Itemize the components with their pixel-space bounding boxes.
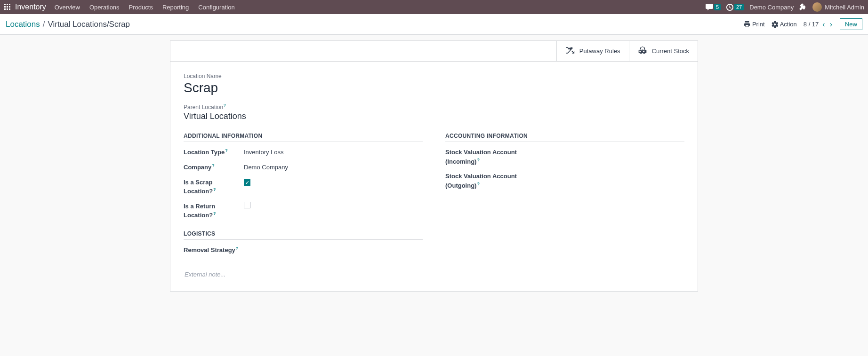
debug-icon[interactable] <box>799 3 807 12</box>
topbar-right: 5 27 Demo Company Mitchell Admin <box>706 2 864 12</box>
removal-label: Removal Strategy? <box>184 245 244 255</box>
scrap-checkbox[interactable] <box>244 179 250 186</box>
help-icon[interactable]: ? <box>225 148 228 153</box>
field-company: Company? Demo Company <box>184 163 423 172</box>
external-note-field[interactable]: External note... <box>184 269 684 280</box>
location-type-value[interactable]: Inventory Loss <box>244 148 284 157</box>
topbar: Inventory Overview Operations Products R… <box>0 0 868 14</box>
field-removal-strategy: Removal Strategy? <box>184 245 423 255</box>
svg-rect-2 <box>9 4 10 5</box>
field-location-type: Location Type? Inventory Loss <box>184 148 423 157</box>
avatar <box>812 2 822 12</box>
scrap-label: Is a Scrap Location?? <box>184 178 244 196</box>
nav-operations[interactable]: Operations <box>89 4 120 11</box>
breadcrumb-separator: / <box>43 20 45 29</box>
pager-next[interactable]: › <box>829 20 833 29</box>
nav-menu: Overview Operations Products Reporting C… <box>55 4 235 11</box>
field-valuation-in: Stock Valuation Account (Incoming)? <box>445 148 684 166</box>
activities-button[interactable]: 27 <box>726 4 744 11</box>
breadcrumb-parent[interactable]: Locations <box>6 20 40 29</box>
pager-prev[interactable]: ‹ <box>821 20 826 29</box>
pager: 8 / 17 ‹ › <box>804 20 833 29</box>
valuation-in-label: Stock Valuation Account (Incoming)? <box>445 148 544 166</box>
field-valuation-out: Stock Valuation Account (Outgoing)? <box>445 172 684 190</box>
parent-label: Parent Location? <box>184 103 684 111</box>
location-type-label: Location Type? <box>184 148 244 157</box>
svg-rect-6 <box>4 8 6 10</box>
company-switcher[interactable]: Demo Company <box>749 4 794 11</box>
svg-rect-0 <box>4 4 6 5</box>
help-icon[interactable]: ? <box>477 182 480 186</box>
pager-text[interactable]: 8 / 17 <box>804 21 819 28</box>
parent-location-field[interactable]: Virtual Locations <box>184 111 684 121</box>
cubes-icon <box>638 46 647 56</box>
form-columns: ADDITIONAL INFORMATION Location Type? In… <box>184 133 684 261</box>
location-name-field[interactable]: Scrap <box>184 80 684 95</box>
left-column: ADDITIONAL INFORMATION Location Type? In… <box>184 133 423 261</box>
print-label: Print <box>752 21 765 28</box>
help-icon[interactable]: ? <box>477 158 480 162</box>
putaway-label: Putaway Rules <box>579 47 620 55</box>
valuation-out-label: Stock Valuation Account (Outgoing)? <box>445 172 544 190</box>
breadcrumb-current: Virtual Locations/Scrap <box>48 20 130 29</box>
form-sheet: Putaway Rules Current Stock Location Nam… <box>170 40 698 292</box>
help-icon[interactable]: ? <box>224 103 226 108</box>
action-label: Action <box>780 21 797 28</box>
svg-rect-8 <box>9 8 10 10</box>
company-label: Company? <box>184 163 244 172</box>
brand-name[interactable]: Inventory <box>15 3 46 11</box>
svg-rect-7 <box>7 8 8 10</box>
action-button[interactable]: Action <box>772 21 797 28</box>
current-stock-button[interactable]: Current Stock <box>629 41 698 61</box>
help-icon[interactable]: ? <box>236 246 239 251</box>
right-column: ACCOUNTING INFORMATION Stock Valuation A… <box>445 133 684 261</box>
apps-icon[interactable] <box>4 3 11 11</box>
activities-count: 27 <box>734 4 744 10</box>
user-name: Mitchell Admin <box>825 4 864 11</box>
svg-rect-5 <box>9 6 10 8</box>
nav-products[interactable]: Products <box>129 4 153 11</box>
help-icon[interactable]: ? <box>212 163 215 168</box>
form-body: Location Name Scrap Parent Location? Vir… <box>170 62 698 291</box>
help-icon[interactable]: ? <box>213 187 216 192</box>
company-value[interactable]: Demo Company <box>244 163 288 172</box>
svg-rect-1 <box>7 4 8 5</box>
field-scrap: Is a Scrap Location?? <box>184 178 423 196</box>
breadcrumb: Locations / Virtual Locations/Scrap <box>6 20 130 29</box>
section-accounting: ACCOUNTING INFORMATION <box>445 133 684 142</box>
field-return: Is a Return Location?? <box>184 202 423 220</box>
section-logistics: LOGISTICS <box>184 230 423 240</box>
svg-rect-4 <box>7 6 8 8</box>
shuffle-icon <box>565 46 575 56</box>
new-button[interactable]: New <box>840 18 862 30</box>
nav-reporting[interactable]: Reporting <box>162 4 189 11</box>
nav-configuration[interactable]: Configuration <box>198 4 234 11</box>
current-stock-label: Current Stock <box>652 47 689 55</box>
return-label: Is a Return Location?? <box>184 202 244 220</box>
print-button[interactable]: Print <box>744 21 765 28</box>
return-checkbox[interactable] <box>244 202 250 208</box>
toolbar-right: Print Action 8 / 17 ‹ › New <box>744 18 862 30</box>
name-label: Location Name <box>184 73 684 79</box>
putaway-rules-button[interactable]: Putaway Rules <box>556 41 629 61</box>
messages-count: 5 <box>714 4 721 10</box>
nav-overview[interactable]: Overview <box>55 4 80 11</box>
messages-button[interactable]: 5 <box>706 4 721 10</box>
section-additional: ADDITIONAL INFORMATION <box>184 133 423 142</box>
main-content: Putaway Rules Current Stock Location Nam… <box>0 35 868 297</box>
help-icon[interactable]: ? <box>213 211 216 216</box>
control-panel: Locations / Virtual Locations/Scrap Prin… <box>0 14 868 35</box>
svg-rect-3 <box>4 6 6 8</box>
user-menu[interactable]: Mitchell Admin <box>812 2 864 12</box>
stat-buttons: Putaway Rules Current Stock <box>170 41 698 62</box>
